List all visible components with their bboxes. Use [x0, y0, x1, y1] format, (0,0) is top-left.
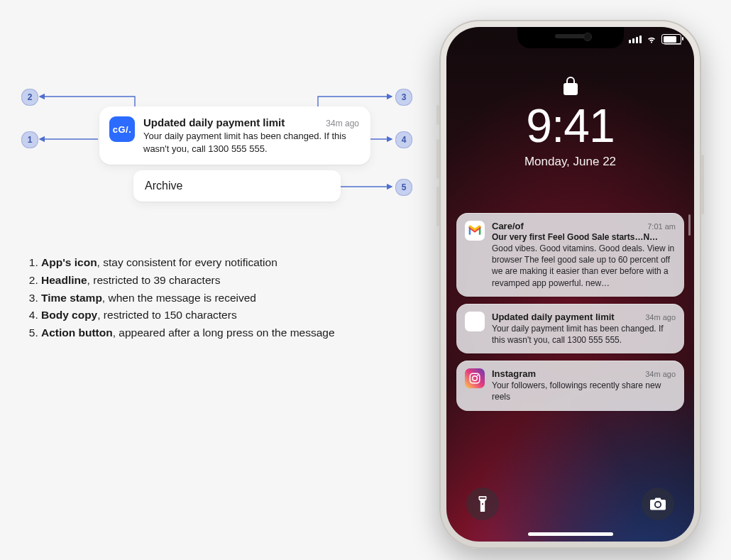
lockscreen-notification[interactable]: Care/of 7:01 am Our very first Feel Good…: [456, 213, 684, 297]
home-indicator[interactable]: [528, 532, 613, 536]
cgof-app-icon: cG/.: [109, 116, 135, 142]
phone-side-button: [436, 105, 439, 125]
notification-body: Your followers, followings recently shar…: [492, 380, 676, 402]
camera-icon: [650, 498, 666, 510]
legend-item: Headline, restricted to 39 characters: [41, 272, 419, 290]
annotation-badge-5: 5: [395, 179, 412, 196]
phone-side-button: [701, 155, 704, 214]
legend-item: Time stamp, when the message is received: [41, 290, 419, 307]
lockscreen-date: Monday, June 22: [446, 155, 694, 169]
flashlight-icon: [476, 496, 489, 512]
annotation-badge-1: 1: [21, 131, 38, 148]
notification-body: Good vibes. Good vitamins. Good deals. V…: [492, 243, 676, 289]
notification-action-button[interactable]: Archive: [133, 170, 341, 202]
left-column: cG/. Updated daily payment limit 34m ago…: [21, 85, 419, 342]
notification-body: Your daily payment limit has been change…: [492, 323, 676, 346]
legend-item: Action button, appeared after a long pre…: [41, 324, 419, 342]
notification-time: 34m ago: [645, 370, 676, 378]
notification-time: 7:01 am: [647, 222, 676, 231]
notification-app-name: Care/of: [492, 221, 524, 231]
phone-screen[interactable]: 9:41 Monday, June 22: [446, 27, 694, 542]
notification-app-name: Updated daily payment limit: [492, 312, 615, 322]
camera-button[interactable]: [642, 488, 674, 520]
action-label: Archive: [145, 180, 182, 192]
svg-point-5: [473, 376, 478, 381]
sample-notification-card[interactable]: cG/. Updated daily payment limit 34m ago…: [99, 106, 370, 165]
notification-app-name: Instagram: [492, 368, 536, 379]
phone-frame: 9:41 Monday, June 22: [439, 20, 701, 549]
phone-notch: [517, 27, 624, 48]
gmail-icon: [465, 221, 485, 241]
legend-item: App's icon, stay consistent for every no…: [41, 254, 419, 272]
control-center-hint-icon: [664, 43, 681, 45]
notification-subtitle: Our very first Feel Good Sale starts…N…: [492, 232, 676, 242]
cgof-app-icon: cG/.: [465, 312, 485, 331]
lockscreen-notification[interactable]: Instagram 34m ago Your followers, follow…: [456, 361, 684, 410]
svg-point-6: [477, 375, 478, 376]
annotation-badge-3: 3: [395, 89, 412, 106]
notification-time: 34m ago: [645, 313, 676, 322]
annotation-badge-2: 2: [21, 89, 38, 106]
instagram-icon: [465, 368, 485, 388]
status-bar: [629, 34, 681, 44]
lockscreen-notification[interactable]: cG/. Updated daily payment limit 34m ago…: [456, 304, 684, 353]
phone-mock: 9:41 Monday, June 22: [439, 20, 701, 549]
legend: App's icon, stay consistent for every no…: [21, 254, 419, 342]
notification-list[interactable]: Care/of 7:01 am Our very first Feel Good…: [456, 213, 684, 411]
phone-side-button: [436, 187, 439, 226]
annotation-badge-4: 4: [395, 131, 412, 148]
cgof-icon-label: cG/.: [113, 124, 132, 135]
sample-notification-ago: 34m ago: [326, 119, 359, 128]
wifi-icon: [646, 35, 657, 43]
lockscreen-header: 9:41 Monday, June 22: [446, 77, 694, 169]
cellular-signal-icon: [629, 35, 642, 43]
page-root: cG/. Updated daily payment limit 34m ago…: [0, 0, 731, 560]
sample-notification-title: Updated daily payment limit: [143, 116, 285, 128]
sample-notification-body: Updated daily payment limit 34m ago Your…: [143, 116, 359, 155]
annotated-notification-stage: cG/. Updated daily payment limit 34m ago…: [21, 85, 419, 241]
phone-side-button: [436, 139, 439, 179]
flashlight-button[interactable]: [466, 488, 499, 520]
legend-list: App's icon, stay consistent for every no…: [21, 254, 419, 342]
legend-item: Body copy, restricted to 150 characters: [41, 307, 419, 324]
scroll-indicator[interactable]: [688, 214, 691, 236]
lock-icon: [564, 77, 578, 98]
sample-notification-text: Your daily payment limit has been change…: [143, 130, 359, 155]
lockscreen-time: 9:41: [446, 102, 694, 149]
battery-icon: [661, 34, 681, 44]
